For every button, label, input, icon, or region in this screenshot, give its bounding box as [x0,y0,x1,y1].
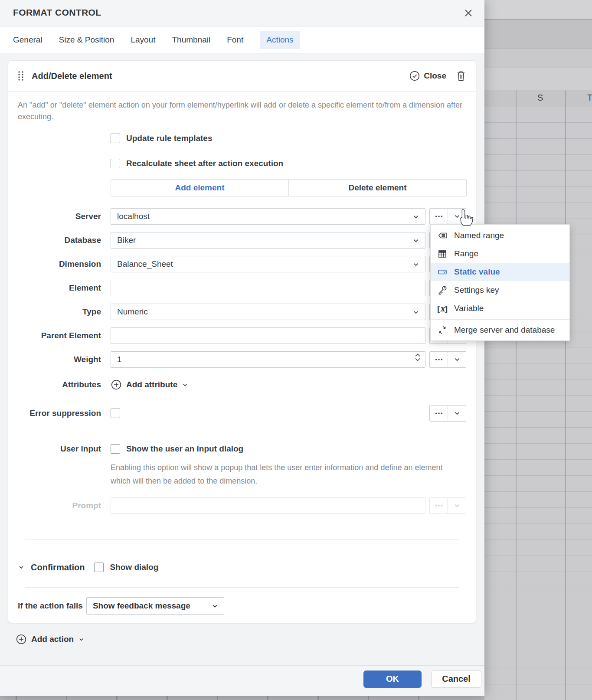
parent-element-input-wrap [111,327,425,344]
menu-item-static-value[interactable]: Static value [431,263,569,281]
dialog-footer: OK Cancel [0,665,484,692]
server-binding-chevron-button[interactable] [448,209,466,224]
chevron-down-icon [453,409,461,417]
format-control-dialog: FORMAT CONTROL General Size & Position L… [0,0,484,696]
dimension-select[interactable]: Balance_Sheet [111,256,425,272]
named-range-icon [437,230,448,241]
prompt-ellipsis-button[interactable] [430,498,448,514]
dialog-content: Add/Delete element Close An "add" or "de… [0,53,484,646]
user-input-checkbox[interactable] [111,444,120,454]
variable-icon: [x] [437,304,448,314]
chevron-down-icon [412,308,420,316]
recalculate-sheet-checkbox[interactable] [111,159,120,168]
server-ellipsis-button[interactable] [430,209,448,224]
element-input[interactable] [117,283,419,293]
weight-ellipsis-button[interactable] [430,352,448,367]
section-divider [25,433,459,433]
confirmation-label: Confirmation [31,563,85,572]
menu-item-range[interactable]: Range [431,245,569,263]
action-card-title: Add/Delete element [32,71,112,81]
column-header-t: T [587,93,592,103]
menu-item-label: Static value [454,267,500,277]
error-suppression-checkbox[interactable] [111,409,120,418]
menu-item-label: Variable [454,304,484,313]
tab-actions[interactable]: Actions [260,31,300,49]
type-row: Type Numeric [18,304,466,320]
menu-item-label: Named range [454,231,504,240]
update-rule-templates-label: Update rule templates [126,134,213,143]
attributes-row: Attributes Add attribute [18,378,466,391]
chevron-down-icon [211,602,219,610]
parent-element-input[interactable] [117,331,419,340]
server-select[interactable]: localhost [111,208,425,225]
collapse-chevron-icon[interactable] [18,564,25,571]
delete-action-button[interactable] [456,70,466,82]
action-fail-label: If the action fails [18,601,83,611]
type-select[interactable]: Numeric [111,304,425,320]
update-rule-templates-checkbox[interactable] [111,134,120,143]
weight-spinner[interactable] [415,353,421,362]
action-description: An "add" or "delete" element action on y… [18,99,464,123]
prompt-binding-chevron-button[interactable] [448,498,466,514]
database-value: Biker [117,236,136,245]
dimension-label: Dimension [18,259,111,269]
chevron-down-icon [78,636,85,643]
tab-size-position[interactable]: Size & Position [59,35,114,45]
chevron-down-icon [412,261,420,268]
database-select[interactable]: Biker [111,232,425,249]
ok-button[interactable]: OK [363,671,422,688]
menu-item-variable[interactable]: [x] Variable [431,299,569,317]
error-suppression-ellipsis-button[interactable] [430,406,448,421]
user-input-checkbox-label: Show the user an input dialog [126,444,243,454]
parent-element-label: Parent Element [18,331,111,340]
prompt-input[interactable] [117,501,419,510]
tab-thumbnail[interactable]: Thumbnail [172,35,210,45]
close-icon [463,8,474,18]
section-divider [25,539,459,540]
menu-item-label: Range [454,249,478,258]
binding-type-menu: Named range Range Static value Settings … [430,224,570,341]
menu-item-merge-server-database[interactable]: Merge server and database [431,321,569,339]
mode-delete-element[interactable]: Delete element [288,180,466,196]
confirmation-show-dialog-checkbox[interactable] [94,563,104,572]
menu-item-settings-key[interactable]: Settings key [431,281,569,299]
spreadsheet-bottom-strip [0,696,484,700]
action-card-body: An "add" or "delete" element action on y… [8,92,476,615]
tab-general[interactable]: General [13,35,43,45]
action-fail-select[interactable]: Show feedback message [86,597,224,615]
action-close-button[interactable]: Close [409,70,446,82]
column-header-s: S [537,93,543,103]
dialog-close-button[interactable] [461,6,475,20]
weight-binding-chevron-button[interactable] [448,352,466,367]
drag-handle-icon[interactable] [18,71,24,81]
confirmation-checkbox-label: Show dialog [110,563,158,572]
chevron-down-icon [412,237,420,245]
action-card-header: Add/Delete element Close [8,61,476,92]
add-attribute-label: Add attribute [126,380,177,389]
tab-font[interactable]: Font [227,35,243,45]
trash-icon [456,70,466,82]
prompt-label: Prompt [18,501,111,510]
error-suppression-binding-buttons [429,405,466,422]
grid-line [516,90,517,700]
add-action-button[interactable]: Add action [16,633,476,646]
type-value: Numeric [117,307,148,317]
cancel-button[interactable]: Cancel [431,671,481,688]
user-input-label: User input [18,444,111,454]
dialog-tab-bar: General Size & Position Layout Thumbnail… [0,26,484,53]
weight-stepper: 1 [111,351,425,368]
add-attribute-button[interactable]: Add attribute [111,379,188,390]
action-close-label: Close [424,71,446,81]
tab-layout[interactable]: Layout [131,35,155,45]
menu-item-named-range[interactable]: Named range [431,226,569,245]
error-suppression-binding-chevron-button[interactable] [448,406,466,421]
dimension-row: Dimension Balance_Sheet [18,256,466,272]
prompt-row: Prompt [18,497,466,514]
action-fail-value: Show feedback message [93,601,190,611]
plus-circle-icon [111,379,122,390]
range-icon [437,249,448,259]
mode-add-element[interactable]: Add element [111,180,288,196]
element-row: Element [18,280,466,296]
element-input-wrap [111,280,425,296]
ribbon-band [484,0,592,20]
